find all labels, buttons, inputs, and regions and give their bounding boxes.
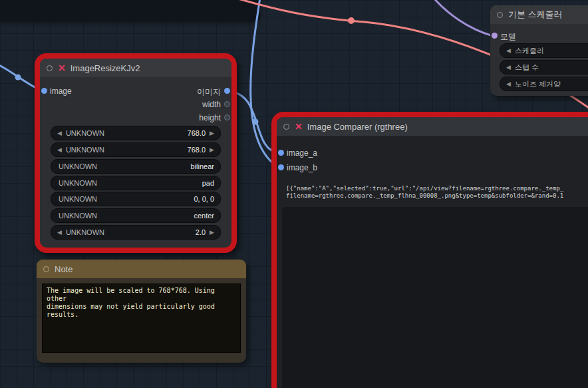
input-label-model: 모델 [500,31,516,43]
widget-name: UNKNOWN [59,212,97,220]
widget-value: bilinear [191,162,214,170]
comparer-value-line-1: [{"name":"A","selected":true,"url":"/api… [286,185,563,192]
scheduler-title-bar[interactable]: 기본 스케줄러 [490,5,588,24]
collapse-icon[interactable] [47,65,53,71]
note-title-bar[interactable]: Note [37,260,246,278]
link-midpoint-dot[interactable] [253,119,259,125]
widget-number-1[interactable]: ◀ UNKNOWN 768.0 ▶ [51,142,221,157]
decrement-arrow-icon[interactable]: ◀ [506,47,511,54]
node-image-resize[interactable]: ✕ ImageResizeKJv2 image 이미지 width height… [35,53,237,253]
widget-name: UNKNOWN [66,228,104,236]
image-resize-title-bar[interactable]: ✕ ImageResizeKJv2 [40,59,231,77]
node-title-text: Note [55,264,73,274]
increment-arrow-icon[interactable]: ▶ [210,130,214,136]
increment-arrow-icon[interactable]: ▶ [210,146,214,153]
output-label-height: height [199,113,221,122]
decrement-arrow-icon[interactable]: ◀ [506,64,511,71]
widget-value: center [194,212,214,220]
comparer-value-line-2: filename=rgthree.compare._temp_flhna_000… [286,192,563,200]
increment-arrow-icon[interactable]: ▶ [210,229,214,236]
widget-value: 768.0 [188,129,206,137]
output-label-image: 이미지 [197,87,221,98]
node-title-text: Image Comparer (rgthree) [307,122,408,132]
widget-name: UNKNOWN [66,129,104,137]
widget-value: 768.0 [188,146,206,154]
collapse-icon[interactable] [497,12,503,18]
widget-value: 0, 0, 0 [194,195,214,203]
widget-name: 노이즈 제거양 [515,79,561,89]
note-textarea[interactable]: The image will be scaled to 768*768. Usi… [42,284,241,353]
widget-combo-5[interactable]: UNKNOWN center [51,208,221,223]
widget-denoise[interactable]: ◀ 노이즈 제거양 [500,77,588,91]
node-note[interactable]: Note The image will be scaled to 768*768… [37,260,246,363]
widget-name: UNKNOWN [59,195,97,203]
widget-value: pad [202,179,214,187]
error-x-icon: ✕ [58,63,66,73]
widget-name: 스케줄러 [515,46,544,56]
widget-combo-4[interactable]: UNKNOWN 0, 0, 0 [51,192,221,206]
collapse-icon[interactable] [283,124,289,130]
input-label-image-a: image_a [287,148,317,158]
node-title-text: ImageResizeKJv2 [71,63,140,73]
input-slot-model[interactable] [492,33,498,39]
widget-steps[interactable]: ◀ 스텝 수 [500,60,588,75]
link-midpoint-dot[interactable] [15,75,21,81]
widget-value: 2.0 [196,228,206,236]
comparer-image-area[interactable] [282,207,588,388]
collapse-icon[interactable] [43,266,49,272]
widget-name: UNKNOWN [59,162,97,170]
output-slot-width[interactable] [224,101,230,107]
input-label-image: image [50,87,72,96]
wire-model-link [430,0,493,36]
input-slot-image-a[interactable] [278,150,284,156]
input-slot-image[interactable] [41,88,47,94]
input-label-image-b: image_b [287,163,317,172]
error-x-icon: ✕ [295,121,303,132]
output-slot-height[interactable] [224,114,230,120]
widget-name: 스텝 수 [515,63,539,73]
widget-number-6[interactable]: ◀ UNKNOWN 2.0 ▶ [51,225,221,240]
widget-combo-2[interactable]: UNKNOWN bilinear [51,159,221,174]
output-slot-image[interactable] [224,88,230,94]
node-title-text: 기본 스케줄러 [508,9,563,21]
node-image-comparer[interactable]: ✕ Image Comparer (rgthree) image_a image… [271,112,588,388]
decrement-arrow-icon[interactable]: ◀ [57,130,62,136]
widget-scheduler[interactable]: ◀ 스케줄러 [500,43,588,58]
node-basic-scheduler[interactable]: 기본 스케줄러 모델 ◀ 스케줄러 ◀ 스텝 수 ◀ 노이즈 제거양 [490,5,588,96]
widget-name: UNKNOWN [59,179,97,187]
widget-name: UNKNOWN [66,146,104,154]
decrement-arrow-icon[interactable]: ◀ [506,81,511,87]
decrement-arrow-icon[interactable]: ◀ [57,229,62,236]
widget-number-0[interactable]: ◀ UNKNOWN 768.0 ▶ [51,126,221,140]
decrement-arrow-icon[interactable]: ◀ [57,146,62,153]
node-canvas[interactable]: ✕ ImageResizeKJv2 image 이미지 width height… [0,0,588,388]
widget-combo-3[interactable]: UNKNOWN pad [51,176,221,190]
output-label-width: width [202,100,221,109]
link-midpoint-dot[interactable] [348,17,355,24]
comparer-title-bar[interactable]: ✕ Image Comparer (rgthree) [277,117,588,136]
input-slot-image-b[interactable] [278,164,284,170]
